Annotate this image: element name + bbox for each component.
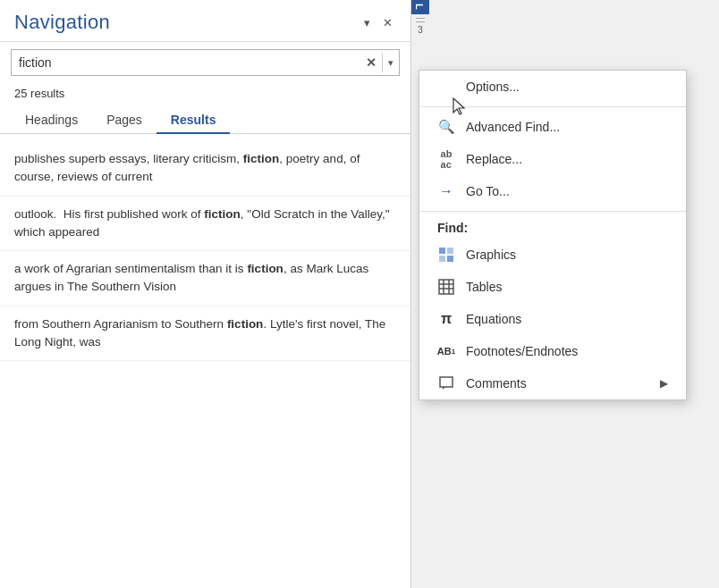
dropdown-goto-label: Go To... [466,184,510,198]
footnotes-icon: AB1 [437,342,455,360]
results-count-label: 25 results [14,87,64,100]
close-icon[interactable]: ✕ [379,14,396,31]
list-item[interactable]: from Southern Agrarianism to Southern fi… [0,307,410,362]
dropdown-options-label: Options... [466,80,520,94]
minimap-line-1 [416,18,425,19]
comments-icon [437,374,455,392]
dropdown-graphics-label: Graphics [466,248,516,262]
graphics-icon [437,246,455,264]
minimap-line-2 [416,21,425,22]
svg-rect-2 [439,256,445,262]
dropdown-item-advanced-find[interactable]: 🔍 Advanced Find... [419,111,686,143]
dropdown-menu: Options... 🔍 Advanced Find... abac Repla… [419,70,687,400]
results-list: publishes superb essays, literary critic… [0,134,410,588]
dropdown-footnotes-label: Footnotes/Endnotes [466,344,578,358]
dropdown-replace-label: Replace... [466,152,522,166]
equations-icon: π [437,310,455,328]
dropdown-item-options[interactable]: Options... [419,71,686,103]
tab-results[interactable]: Results [156,107,231,134]
svg-rect-0 [439,248,445,254]
dropdown-item-footnotes[interactable]: AB1 Footnotes/Endnotes [419,335,686,367]
search-dropdown-button[interactable]: ▾ [382,54,399,72]
svg-rect-9 [440,377,453,387]
minimap-number: 3 [418,25,423,35]
dropdown-item-equations[interactable]: π Equations [419,303,686,335]
search-icon: 🔍 [437,118,455,136]
dropdown-tables-label: Tables [466,280,502,294]
list-item[interactable]: a work of Agrarian sentimentalism than i… [0,251,410,307]
navigation-panel: Navigation ▾ ✕ ✕ ▾ 25 results Headings P… [0,0,411,588]
search-input[interactable] [12,50,360,75]
goto-icon: → [437,182,455,200]
options-icon [437,78,455,96]
svg-marker-10 [443,387,445,390]
replace-icon: abac [437,150,455,168]
tab-pages[interactable]: Pages [92,107,156,134]
minimap-tab[interactable]: L [411,0,429,14]
svg-rect-4 [439,280,453,294]
dropdown-item-comments[interactable]: Comments ▶ [419,367,686,399]
tables-icon [437,278,455,296]
nav-header: Navigation ▾ ✕ [0,0,410,42]
list-item[interactable]: outlook. His first published work of fic… [0,197,410,252]
dropdown-item-tables[interactable]: Tables [419,271,686,303]
search-bar: ✕ ▾ [11,49,400,76]
dropdown-comments-label: Comments [466,376,527,391]
svg-rect-3 [447,256,453,262]
find-section-label: Find: [419,215,686,239]
nav-title: Navigation [14,11,110,34]
dropdown-separator-2 [419,211,686,212]
dropdown-item-replace[interactable]: abac Replace... [419,143,686,175]
dropdown-item-graphics[interactable]: Graphics [419,239,686,271]
svg-rect-1 [447,248,453,254]
tab-headings[interactable]: Headings [11,107,92,134]
comments-submenu-arrow: ▶ [660,377,668,390]
minimize-icon[interactable]: ▾ [360,14,374,31]
search-clear-button[interactable]: ✕ [360,52,382,73]
results-count-row: 25 results [0,83,410,104]
dropdown-separator-1 [419,106,686,107]
list-item[interactable]: publishes superb essays, literary critic… [0,141,410,197]
nav-header-icons: ▾ ✕ [360,14,396,31]
dropdown-item-goto[interactable]: → Go To... [419,175,686,207]
dropdown-equations-label: Equations [466,312,521,326]
nav-tabs: Headings Pages Results [0,104,410,134]
dropdown-advanced-find-label: Advanced Find... [466,120,560,134]
